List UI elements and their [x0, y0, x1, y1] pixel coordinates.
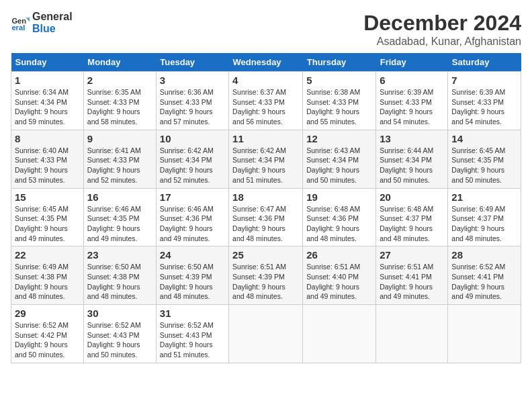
- calendar-week-row: 22 Sunrise: 6:49 AMSunset: 4:38 PMDaylig…: [11, 246, 521, 305]
- calendar-cell: 25 Sunrise: 6:51 AMSunset: 4:39 PMDaylig…: [229, 246, 303, 305]
- calendar-cell: 27 Sunrise: 6:51 AMSunset: 4:41 PMDaylig…: [376, 246, 448, 305]
- calendar-cell: 2 Sunrise: 6:35 AMSunset: 4:33 PMDayligh…: [83, 72, 156, 130]
- calendar-cell: [448, 305, 521, 363]
- calendar-cell: 28 Sunrise: 6:52 AMSunset: 4:41 PMDaylig…: [448, 246, 521, 305]
- day-number: 8: [15, 133, 80, 144]
- day-number: 6: [380, 75, 444, 86]
- day-detail: Sunrise: 6:39 AMSunset: 4:33 PMDaylight:…: [451, 88, 505, 126]
- day-number: 12: [306, 133, 372, 144]
- calendar-week-row: 8 Sunrise: 6:40 AMSunset: 4:33 PMDayligh…: [11, 130, 521, 188]
- day-number: 28: [451, 249, 517, 261]
- day-number: 9: [87, 133, 152, 144]
- col-thursday: Thursday: [303, 53, 376, 72]
- col-wednesday: Wednesday: [229, 53, 303, 72]
- logo: Gen eral General Blue: [11, 11, 73, 34]
- day-number: 2: [87, 75, 152, 86]
- day-detail: Sunrise: 6:36 AMSunset: 4:33 PMDaylight:…: [160, 88, 214, 126]
- calendar-cell: [303, 305, 376, 363]
- calendar-cell: 16 Sunrise: 6:46 AMSunset: 4:35 PMDaylig…: [83, 188, 156, 246]
- calendar-cell: 18 Sunrise: 6:47 AMSunset: 4:36 PMDaylig…: [229, 188, 303, 246]
- day-number: 22: [15, 249, 80, 261]
- day-detail: Sunrise: 6:34 AMSunset: 4:34 PMDaylight:…: [15, 88, 69, 126]
- calendar-cell: 29 Sunrise: 6:52 AMSunset: 4:42 PMDaylig…: [11, 305, 84, 363]
- day-number: 25: [232, 249, 299, 261]
- calendar-cell: [376, 305, 448, 363]
- day-detail: Sunrise: 6:47 AMSunset: 4:36 PMDaylight:…: [232, 205, 286, 242]
- calendar-week-row: 29 Sunrise: 6:52 AMSunset: 4:42 PMDaylig…: [11, 305, 521, 363]
- day-detail: Sunrise: 6:46 AMSunset: 4:36 PMDaylight:…: [160, 205, 214, 242]
- calendar-cell: 30 Sunrise: 6:52 AMSunset: 4:43 PMDaylig…: [83, 305, 156, 363]
- calendar-cell: 14 Sunrise: 6:45 AMSunset: 4:35 PMDaylig…: [448, 130, 521, 188]
- calendar-cell: 12 Sunrise: 6:43 AMSunset: 4:34 PMDaylig…: [303, 130, 376, 188]
- day-number: 24: [160, 249, 225, 261]
- calendar-week-row: 1 Sunrise: 6:34 AMSunset: 4:34 PMDayligh…: [11, 72, 521, 130]
- day-detail: Sunrise: 6:50 AMSunset: 4:38 PMDaylight:…: [87, 263, 141, 300]
- main-title: December 2024: [363, 11, 521, 36]
- logo-blue: Blue: [32, 23, 73, 35]
- day-detail: Sunrise: 6:46 AMSunset: 4:35 PMDaylight:…: [87, 205, 141, 242]
- day-number: 30: [87, 308, 152, 319]
- calendar-cell: 24 Sunrise: 6:50 AMSunset: 4:39 PMDaylig…: [156, 246, 228, 305]
- day-number: 11: [232, 133, 299, 144]
- calendar-cell: 19 Sunrise: 6:48 AMSunset: 4:36 PMDaylig…: [303, 188, 376, 246]
- day-detail: Sunrise: 6:45 AMSunset: 4:35 PMDaylight:…: [451, 146, 505, 184]
- calendar-cell: 15 Sunrise: 6:45 AMSunset: 4:35 PMDaylig…: [11, 188, 84, 246]
- calendar-cell: [229, 305, 303, 363]
- day-number: 27: [380, 249, 444, 261]
- day-number: 4: [232, 75, 299, 86]
- col-saturday: Saturday: [448, 53, 521, 72]
- calendar-cell: 4 Sunrise: 6:37 AMSunset: 4:33 PMDayligh…: [229, 72, 303, 130]
- logo-general: General: [32, 11, 73, 23]
- day-number: 3: [160, 75, 225, 86]
- calendar-cell: 7 Sunrise: 6:39 AMSunset: 4:33 PMDayligh…: [448, 72, 521, 130]
- day-number: 26: [306, 249, 372, 261]
- calendar-cell: 23 Sunrise: 6:50 AMSunset: 4:38 PMDaylig…: [83, 246, 156, 305]
- calendar-cell: 3 Sunrise: 6:36 AMSunset: 4:33 PMDayligh…: [156, 72, 228, 130]
- day-number: 29: [15, 308, 80, 319]
- day-number: 23: [87, 249, 152, 261]
- day-detail: Sunrise: 6:44 AMSunset: 4:34 PMDaylight:…: [380, 146, 433, 184]
- day-detail: Sunrise: 6:50 AMSunset: 4:39 PMDaylight:…: [160, 263, 214, 300]
- calendar-cell: 13 Sunrise: 6:44 AMSunset: 4:34 PMDaylig…: [376, 130, 448, 188]
- calendar-cell: 26 Sunrise: 6:51 AMSunset: 4:40 PMDaylig…: [303, 246, 376, 305]
- day-detail: Sunrise: 6:52 AMSunset: 4:41 PMDaylight:…: [451, 263, 505, 300]
- calendar-cell: 20 Sunrise: 6:48 AMSunset: 4:37 PMDaylig…: [376, 188, 448, 246]
- day-number: 10: [160, 133, 225, 144]
- day-detail: Sunrise: 6:38 AMSunset: 4:33 PMDaylight:…: [306, 88, 360, 126]
- day-number: 5: [306, 75, 372, 86]
- calendar-cell: 31 Sunrise: 6:52 AMSunset: 4:43 PMDaylig…: [156, 305, 228, 363]
- calendar-table: Sunday Monday Tuesday Wednesday Thursday…: [11, 53, 521, 363]
- day-number: 21: [451, 191, 517, 203]
- day-detail: Sunrise: 6:51 AMSunset: 4:39 PMDaylight:…: [232, 263, 286, 300]
- calendar-cell: 10 Sunrise: 6:42 AMSunset: 4:34 PMDaylig…: [156, 130, 228, 188]
- day-number: 1: [15, 75, 80, 86]
- calendar-cell: 5 Sunrise: 6:38 AMSunset: 4:33 PMDayligh…: [303, 72, 376, 130]
- svg-text:eral: eral: [11, 24, 25, 32]
- day-detail: Sunrise: 6:42 AMSunset: 4:34 PMDaylight:…: [232, 146, 286, 184]
- title-area: December 2024 Asadabad, Kunar, Afghanist…: [363, 11, 521, 48]
- header: Gen eral General Blue December 2024 Asad…: [11, 11, 521, 48]
- header-row: Sunday Monday Tuesday Wednesday Thursday…: [11, 53, 521, 72]
- col-monday: Monday: [83, 53, 156, 72]
- calendar-cell: 1 Sunrise: 6:34 AMSunset: 4:34 PMDayligh…: [11, 72, 84, 130]
- day-number: 13: [380, 133, 444, 144]
- day-detail: Sunrise: 6:42 AMSunset: 4:34 PMDaylight:…: [160, 146, 214, 184]
- day-detail: Sunrise: 6:48 AMSunset: 4:37 PMDaylight:…: [380, 205, 433, 242]
- day-detail: Sunrise: 6:39 AMSunset: 4:33 PMDaylight:…: [380, 88, 433, 126]
- day-number: 31: [160, 308, 225, 319]
- day-detail: Sunrise: 6:43 AMSunset: 4:34 PMDaylight:…: [306, 146, 360, 184]
- day-detail: Sunrise: 6:41 AMSunset: 4:33 PMDaylight:…: [87, 146, 141, 184]
- day-number: 14: [451, 133, 517, 144]
- day-number: 17: [160, 191, 225, 203]
- calendar-cell: 22 Sunrise: 6:49 AMSunset: 4:38 PMDaylig…: [11, 246, 84, 305]
- day-number: 15: [15, 191, 80, 203]
- subtitle: Asadabad, Kunar, Afghanistan: [363, 36, 521, 48]
- calendar-cell: 21 Sunrise: 6:49 AMSunset: 4:37 PMDaylig…: [448, 188, 521, 246]
- col-tuesday: Tuesday: [156, 53, 228, 72]
- day-number: 18: [232, 191, 299, 203]
- day-detail: Sunrise: 6:49 AMSunset: 4:37 PMDaylight:…: [451, 205, 505, 242]
- day-detail: Sunrise: 6:48 AMSunset: 4:36 PMDaylight:…: [306, 205, 360, 242]
- day-detail: Sunrise: 6:52 AMSunset: 4:42 PMDaylight:…: [15, 321, 69, 359]
- day-detail: Sunrise: 6:49 AMSunset: 4:38 PMDaylight:…: [15, 263, 69, 300]
- day-detail: Sunrise: 6:40 AMSunset: 4:33 PMDaylight:…: [15, 146, 69, 184]
